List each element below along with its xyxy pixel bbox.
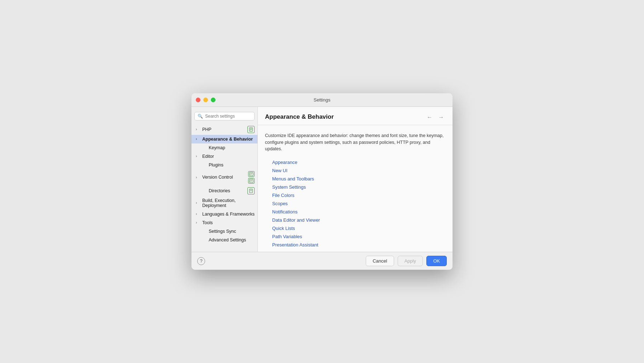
page-description: Customize IDE appearance and behavior: c… [265, 132, 445, 152]
search-icon: 🔍 [198, 114, 203, 119]
link-path-variables[interactable]: Path Variables [272, 233, 445, 240]
php-badge-icon [247, 126, 255, 133]
link-data-editor-viewer[interactable]: Data Editor and Viewer [272, 217, 445, 223]
sidebar-item-label: Languages & Frameworks [202, 212, 255, 217]
sidebar-item-php[interactable]: › PHP [191, 124, 257, 135]
chevron-right-icon: › [196, 221, 200, 225]
apply-button[interactable]: Apply [398, 256, 423, 266]
sidebar-item-directories[interactable]: Directories [191, 185, 257, 196]
titlebar: Settings [191, 93, 453, 107]
forward-button[interactable]: → [437, 113, 445, 121]
main-header: Appearance & Behavior ← → [258, 107, 453, 125]
sidebar-item-version-control[interactable]: › Version Control [191, 169, 257, 185]
sidebar-item-appearance-behavior[interactable]: › Appearance & Behavior [191, 135, 257, 143]
minimize-button[interactable] [203, 98, 208, 102]
chevron-right-icon: › [196, 127, 200, 131]
sidebar-item-label: Appearance & Behavior [202, 137, 255, 142]
sidebar-item-tools[interactable]: › Tools [191, 218, 257, 227]
search-input[interactable] [205, 114, 251, 119]
footer-left: ? [197, 257, 362, 265]
help-button[interactable]: ? [197, 257, 205, 265]
sidebar-item-label: Tools [202, 220, 255, 225]
ok-button[interactable]: OK [426, 256, 447, 266]
link-system-settings[interactable]: System Settings [272, 184, 445, 190]
cancel-button[interactable]: Cancel [366, 256, 394, 266]
main-body: Customize IDE appearance and behavior: c… [258, 125, 453, 252]
main-content-area: Appearance & Behavior ← → Customize IDE … [258, 107, 453, 252]
chevron-down-icon: › [196, 137, 200, 141]
window-controls [196, 98, 216, 102]
link-notifications[interactable]: Notifications [272, 208, 445, 215]
chevron-right-icon: › [196, 175, 200, 179]
sidebar-item-plugins[interactable]: Plugins [191, 161, 257, 169]
sidebar-item-label: Build, Execution, Deployment [202, 198, 255, 208]
sidebar-item-label: Editor [202, 154, 255, 159]
sidebar-item-label: Keymap [209, 145, 255, 150]
sidebar-item-advanced-settings[interactable]: Advanced Settings [191, 236, 257, 244]
link-quick-lists[interactable]: Quick Lists [272, 225, 445, 232]
back-button[interactable]: ← [425, 113, 434, 121]
sidebar-item-languages-frameworks[interactable]: › Languages & Frameworks [191, 210, 257, 218]
settings-window: Settings 🔍 › PHP [191, 93, 453, 270]
close-button[interactable] [196, 98, 200, 102]
footer: ? Cancel Apply OK [191, 252, 453, 270]
sidebar-item-label: Advanced Settings [209, 237, 255, 242]
sidebar-item-label: PHP [202, 127, 212, 132]
sidebar-item-settings-sync[interactable]: Settings Sync [191, 227, 257, 236]
sidebar-item-label: Directories [209, 188, 230, 193]
directories-badge [247, 187, 255, 194]
page-title: Appearance & Behavior [265, 113, 334, 121]
links-list: Appearance New UI Menus and Toolbars Sys… [265, 159, 445, 248]
navigation-arrows: ← → [425, 113, 445, 121]
link-scopes[interactable]: Scopes [272, 200, 445, 207]
sidebar-item-editor[interactable]: › Editor [191, 152, 257, 161]
sidebar-item-label: Settings Sync [209, 229, 255, 234]
link-new-ui[interactable]: New UI [272, 167, 445, 174]
link-file-colors[interactable]: File Colors [272, 192, 445, 199]
link-appearance[interactable]: Appearance [272, 159, 445, 166]
svg-rect-7 [250, 179, 253, 183]
sidebar-item-label: Plugins [209, 162, 255, 168]
chevron-right-icon: › [196, 212, 200, 216]
maximize-button[interactable] [211, 98, 216, 102]
link-presentation-assistant[interactable]: Presentation Assistant [272, 241, 445, 248]
chevron-right-icon: › [196, 201, 200, 205]
sidebar-item-build-execution[interactable]: › Build, Execution, Deployment [191, 196, 257, 210]
window-title: Settings [314, 97, 331, 103]
sidebar: 🔍 › PHP [191, 107, 258, 252]
main-layout: 🔍 › PHP [191, 107, 453, 252]
chevron-right-icon: › [196, 154, 200, 158]
search-box[interactable]: 🔍 [194, 112, 255, 121]
sidebar-item-label: Version Control [202, 175, 233, 180]
version-control-badge-1 [248, 171, 255, 177]
svg-rect-4 [250, 172, 253, 176]
sidebar-item-keymap[interactable]: Keymap [191, 143, 257, 152]
version-control-badge-2 [248, 178, 255, 184]
link-menus-toolbars[interactable]: Menus and Toolbars [272, 175, 445, 182]
